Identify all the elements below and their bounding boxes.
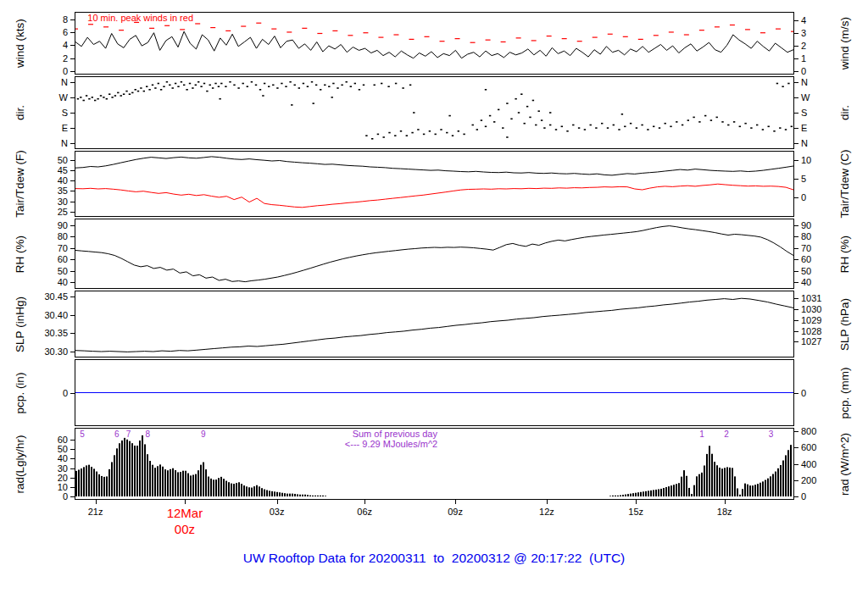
radiation-bar bbox=[93, 468, 95, 496]
x-tick-label: 03z bbox=[260, 507, 294, 517]
y-tick-label-right: 70 bbox=[801, 243, 835, 253]
y-tick-label-right: 0 bbox=[801, 66, 835, 76]
y-tickmark-right bbox=[794, 496, 798, 497]
radiation-bar bbox=[737, 489, 738, 496]
y-tickmark-left bbox=[70, 212, 75, 213]
radiation-bar bbox=[75, 471, 77, 496]
dir-point bbox=[313, 103, 314, 104]
y-tickmark-right bbox=[794, 197, 798, 198]
radiation-bar bbox=[182, 471, 184, 496]
dir-point bbox=[529, 117, 531, 119]
dir-point bbox=[435, 134, 437, 136]
radiation-bar bbox=[660, 489, 662, 496]
dir-point bbox=[135, 89, 136, 91]
dir-point bbox=[452, 135, 453, 136]
radiation-bar bbox=[683, 470, 685, 496]
dir-point bbox=[181, 81, 182, 83]
radiation-bar bbox=[742, 489, 743, 496]
radiation-bar bbox=[757, 484, 759, 496]
dir-point bbox=[198, 81, 199, 83]
y-tickmark-left bbox=[70, 487, 75, 488]
y-tick-label-right: 200 bbox=[801, 475, 835, 485]
y-tick-label-left: 40 bbox=[34, 453, 68, 463]
radiation-bar bbox=[767, 479, 769, 496]
radiation-bar bbox=[253, 486, 255, 496]
radiation-bar bbox=[762, 481, 764, 496]
radiation-bar bbox=[256, 485, 258, 496]
y-tickmark-left bbox=[70, 282, 75, 283]
radiation-bar bbox=[289, 494, 291, 496]
dir-point bbox=[549, 125, 551, 126]
y-tickmark-left bbox=[70, 449, 75, 450]
y-tickmark-right bbox=[794, 259, 798, 260]
radiation-bar bbox=[709, 446, 710, 496]
rh-series-line bbox=[75, 226, 793, 282]
radiation-bar bbox=[279, 492, 281, 496]
y-tickmark-left bbox=[70, 315, 75, 316]
radiation-bar bbox=[185, 471, 186, 496]
radiation-bar bbox=[612, 496, 614, 496]
dir-point bbox=[383, 136, 385, 138]
dir-point bbox=[311, 81, 313, 83]
dir-point bbox=[315, 85, 317, 86]
dir-point bbox=[195, 85, 197, 86]
radiation-bar bbox=[116, 448, 118, 496]
radiation-bar bbox=[208, 477, 209, 496]
radiation-bar bbox=[142, 435, 143, 496]
y-tick-label-right: 5 bbox=[801, 174, 835, 184]
dir-point bbox=[762, 129, 764, 130]
radiation-bar bbox=[322, 496, 324, 496]
y-tickmark-left bbox=[70, 19, 75, 20]
dir-point bbox=[448, 115, 450, 117]
dir-point bbox=[641, 125, 643, 126]
dir-point bbox=[630, 123, 632, 125]
dir-point bbox=[103, 97, 104, 98]
y-tickmark-right bbox=[794, 82, 798, 83]
dir-point bbox=[446, 132, 448, 134]
figure-title: UW Rooftop Data for 20200311 to 20200312… bbox=[0, 551, 868, 566]
y-tick-label-left: 90 bbox=[34, 220, 68, 230]
radiation-bar bbox=[648, 490, 649, 496]
radiation-bar bbox=[136, 446, 138, 496]
dir-point bbox=[555, 129, 557, 130]
dir-point bbox=[220, 83, 222, 85]
dir-point bbox=[192, 87, 193, 89]
dir-point bbox=[423, 134, 425, 136]
radiation-bar bbox=[706, 454, 708, 496]
dir-point bbox=[172, 87, 174, 89]
y-tickmark-right bbox=[794, 271, 798, 272]
x-tick-label: 15z bbox=[619, 507, 653, 517]
radiation-bar bbox=[787, 450, 789, 496]
y-tickmark-left bbox=[70, 45, 75, 46]
radiation-bar bbox=[98, 474, 100, 496]
radiation-bar bbox=[175, 470, 176, 496]
dir-point bbox=[515, 98, 516, 100]
rad-hour-digit: 1 bbox=[699, 430, 704, 439]
radiation-bar bbox=[83, 467, 85, 496]
slp-series-line bbox=[75, 298, 793, 352]
y-tick-label-left: 30.40 bbox=[34, 310, 68, 320]
radiation-bar bbox=[701, 473, 703, 496]
y-tick-label-right: 1 bbox=[801, 53, 835, 64]
radiation-bar bbox=[673, 485, 675, 496]
radiation-bar bbox=[236, 483, 237, 496]
radiation-bar bbox=[259, 486, 260, 496]
radiation-bar bbox=[698, 474, 700, 496]
dir-point bbox=[281, 83, 282, 85]
x-tickmark-date bbox=[185, 500, 186, 504]
weather-multipanel-figure: UW Rooftop Data for 20200311 to 20200312… bbox=[0, 0, 868, 593]
y-tickmark-right bbox=[794, 341, 798, 342]
x-tickmark bbox=[636, 500, 637, 504]
radiation-bar bbox=[704, 466, 705, 496]
dir-point bbox=[206, 91, 208, 92]
y-tickmark-left bbox=[70, 259, 75, 260]
radiation-bar bbox=[119, 443, 120, 496]
dir-point bbox=[83, 100, 85, 102]
y-tick-label-left: 20 bbox=[34, 473, 68, 483]
dir-point bbox=[129, 93, 131, 95]
radiation-bar bbox=[785, 455, 787, 496]
dir-point bbox=[411, 132, 413, 134]
radiation-bar bbox=[294, 494, 296, 496]
radiation-bar bbox=[233, 484, 235, 496]
dir-point bbox=[624, 126, 626, 128]
